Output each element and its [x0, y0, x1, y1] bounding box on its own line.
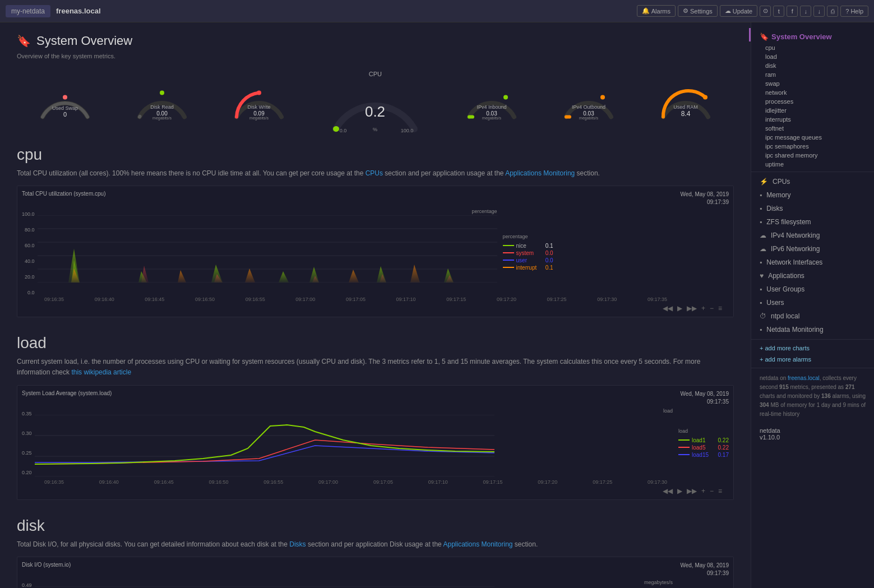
- cpu-chart-header: Total CPU utilization (system.cpu) Wed, …: [22, 191, 729, 206]
- sidebar-link-uptime[interactable]: uptime: [751, 160, 874, 169]
- alarms-button[interactable]: 🔔 Alarms: [637, 5, 676, 17]
- sidebar-item-ipv4[interactable]: ☁ IPv4 Networking: [751, 229, 874, 242]
- add-charts-btn[interactable]: + add more charts: [751, 342, 874, 354]
- cpus-link[interactable]: CPUs: [366, 169, 383, 177]
- disks-link[interactable]: Disks: [289, 540, 306, 548]
- sidebar-link-cpu[interactable]: cpu: [751, 43, 874, 52]
- main-layout: 🔖 System Overview Overview of the key sy…: [0, 22, 874, 588]
- sidebar-ipv6-label: IPv6 Networking: [771, 245, 820, 253]
- load-chart-zoom-in-btn[interactable]: +: [700, 487, 706, 495]
- chart-forward-btn[interactable]: ▶▶: [686, 304, 698, 312]
- load-chart-forward-btn[interactable]: ▶▶: [686, 487, 698, 495]
- brand-button[interactable]: my-netdata: [6, 5, 50, 17]
- memory-icon: ▪: [760, 191, 762, 199]
- print-icon[interactable]: ⎙: [827, 6, 838, 17]
- sidebar-item-user-groups[interactable]: ▪ User Groups: [751, 283, 874, 296]
- disk-section-desc: Total Disk I/O, for all physical disks. …: [17, 539, 734, 550]
- sidebar-item-netdata-monitoring[interactable]: ▪ Netdata Monitoring: [751, 323, 874, 336]
- load-chart-zoom-out-btn[interactable]: −: [709, 487, 715, 495]
- twitter-icon[interactable]: t: [773, 6, 784, 17]
- svg-text:megabits/s: megabits/s: [152, 115, 172, 120]
- svg-text:megabits/s: megabits/s: [249, 115, 269, 120]
- settings-button[interactable]: ⚙ Settings: [678, 5, 718, 17]
- sidebar-zfs-label: ZFS filesystem: [766, 218, 811, 226]
- sidebar-link-disk[interactable]: disk: [751, 61, 874, 70]
- sidebar-item-ntpd[interactable]: ⏱ ntpd local: [751, 309, 874, 323]
- cpu-gauge-svg: 0.2 0.0 100.0 %: [327, 78, 423, 135]
- svg-text:Disk Write: Disk Write: [247, 104, 270, 109]
- load-chart-inner: load: [35, 408, 673, 478]
- load-chart-play-btn[interactable]: ▶: [676, 487, 683, 495]
- ipv4-inbound-gauge-svg: IPv4 Inbound 0.03 megabits/s: [464, 85, 520, 121]
- svg-text:0.2: 0.2: [365, 103, 385, 120]
- load15-color: [678, 454, 690, 455]
- load-chart-back-btn[interactable]: ◀◀: [662, 487, 674, 495]
- gear-icon: ⚙: [683, 7, 688, 15]
- load1-color: [678, 439, 690, 441]
- load-chart-body: 0.350.300.250.20 load: [22, 408, 729, 478]
- users-icon: ▪: [760, 299, 762, 307]
- sidebar-host-link[interactable]: freenas.local: [788, 375, 820, 381]
- cpu-section: cpu Total CPU utilization (all cores). 1…: [17, 146, 734, 317]
- app-disk-link[interactable]: Applications Monitoring: [443, 540, 512, 548]
- cpu-chart-inner: percentage: [38, 209, 497, 295]
- download2-icon[interactable]: ↓: [813, 6, 825, 17]
- sidebar-item-network-interfaces[interactable]: ▪ Network Interfaces: [751, 256, 874, 269]
- sidebar-link-ipc-mem[interactable]: ipc shared memory: [751, 151, 874, 160]
- sidebar-overview-title[interactable]: 🔖 System Overview: [751, 28, 874, 43]
- sidebar-link-idlejitter[interactable]: idlejitter: [751, 106, 874, 115]
- wikipedia-link[interactable]: this wikipedia article: [71, 368, 131, 376]
- svg-text:100.0: 100.0: [401, 128, 414, 133]
- update-button[interactable]: ☁ Update: [720, 5, 757, 17]
- chart-zoom-in-btn[interactable]: +: [700, 304, 706, 312]
- sidebar-link-interrupts[interactable]: interrupts: [751, 115, 874, 124]
- netdata-version: v1.10.0: [760, 434, 866, 441]
- sidebar-link-softnet[interactable]: softnet: [751, 124, 874, 133]
- cpu-chart-controls: ◀◀ ▶ ▶▶ + − ≡: [22, 304, 729, 312]
- sidebar-link-ipc-msg[interactable]: ipc message queues: [751, 133, 874, 142]
- cpu-legend-system: system 0.0: [503, 250, 553, 256]
- facebook-icon[interactable]: f: [787, 6, 798, 17]
- sidebar-link-swap[interactable]: swap: [751, 79, 874, 88]
- chart-play-btn[interactable]: ▶: [676, 304, 683, 312]
- help-button[interactable]: ? Help: [840, 6, 868, 17]
- disk-chart-datetime: Wed, May 08, 2019 09:17:39: [680, 562, 729, 577]
- sidebar-item-applications[interactable]: ♥ Applications: [751, 269, 874, 283]
- disk-chart-legend: megabytes/s io 0.00 out -0.09: [673, 580, 729, 588]
- sidebar-item-users[interactable]: ▪ Users: [751, 296, 874, 309]
- apps-icon: ♥: [760, 272, 764, 280]
- chart-menu-btn[interactable]: ≡: [717, 304, 723, 312]
- add-alarms-btn[interactable]: + add more alarms: [751, 354, 874, 365]
- sidebar-version: netdata v1.10.0: [751, 424, 874, 443]
- svg-text:megabits/s: megabits/s: [482, 115, 501, 120]
- svg-point-19: [600, 95, 605, 99]
- chart-back-btn[interactable]: ◀◀: [662, 304, 674, 312]
- sidebar-item-disks[interactable]: ▪ Disks: [751, 202, 874, 215]
- load-chart-menu-btn[interactable]: ≡: [717, 487, 723, 495]
- cpu-yaxis: 100.080.060.040.020.00.0: [22, 209, 38, 295]
- cpu-section-title: cpu: [17, 146, 734, 164]
- chart-zoom-out-btn[interactable]: −: [709, 304, 715, 312]
- app-monitoring-link[interactable]: Applications Monitoring: [505, 169, 575, 177]
- page-subtitle: Overview of the key system metrics.: [17, 53, 734, 59]
- sidebar-link-processes[interactable]: processes: [751, 97, 874, 106]
- download1-icon[interactable]: ↓: [800, 6, 811, 17]
- sidebar-link-ipc-sem[interactable]: ipc semaphores: [751, 142, 874, 151]
- sidebar-item-ipv6[interactable]: ☁ IPv6 Networking: [751, 242, 874, 256]
- used-swap-gauge-svg: Used Swap 0: [37, 85, 93, 121]
- sidebar-link-load[interactable]: load: [751, 52, 874, 61]
- sidebar-network-interfaces-label: Network Interfaces: [766, 258, 822, 266]
- load-legend-load1: load1 0.22: [678, 437, 729, 443]
- sidebar-link-network[interactable]: network: [751, 88, 874, 97]
- svg-point-7: [257, 90, 261, 95]
- github-icon[interactable]: ⊙: [760, 6, 771, 17]
- cpu-chart: Total CPU utilization (system.cpu) Wed, …: [17, 186, 734, 317]
- cpu-chart-datetime: Wed, May 08, 2019 09:17:39: [680, 191, 729, 206]
- network-if-icon: ▪: [760, 258, 762, 266]
- sidebar-item-cpus[interactable]: ⚡ CPUs: [751, 175, 874, 188]
- svg-text:megabits/s: megabits/s: [579, 115, 598, 120]
- sidebar-link-ram[interactable]: ram: [751, 70, 874, 79]
- sidebar-item-memory[interactable]: ▪ Memory: [751, 188, 874, 202]
- system-color: [503, 252, 514, 253]
- sidebar-item-zfs[interactable]: ▪ ZFS filesystem: [751, 215, 874, 229]
